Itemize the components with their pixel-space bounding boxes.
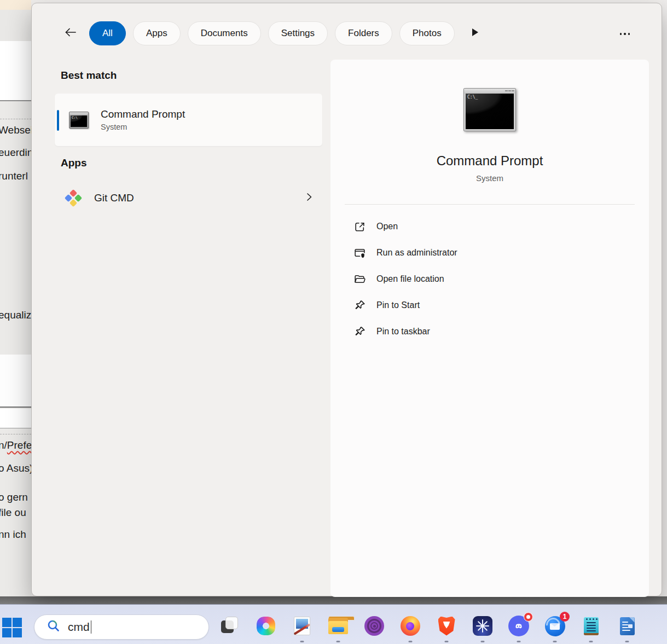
- divider: [0, 119, 31, 119]
- taskbar-icons: 1: [212, 605, 645, 644]
- notepad-icon: [580, 615, 602, 637]
- action-pin-to-start[interactable]: Pin to Start: [330, 292, 649, 318]
- discord-notification-badge: [524, 612, 533, 622]
- copilot-icon: [255, 615, 277, 637]
- divider: [345, 204, 635, 205]
- back-arrow-icon: [63, 26, 78, 40]
- tab-photos[interactable]: Photos: [399, 21, 455, 45]
- tab-label: Settings: [281, 28, 315, 39]
- taskbar-item-thunderbird[interactable]: 1: [537, 605, 573, 644]
- background-window-strip-row: [0, 409, 31, 428]
- taskbar-item-firefox[interactable]: [392, 605, 428, 644]
- tab-settings[interactable]: Settings: [268, 21, 328, 45]
- background-text-fragment: n/Prefe: [0, 439, 31, 451]
- taskbar-item-brave[interactable]: [428, 605, 465, 644]
- running-indicator: [517, 641, 521, 642]
- back-button[interactable]: [59, 22, 82, 45]
- open-external-icon: [353, 221, 366, 233]
- best-match-heading: Best match: [61, 69, 117, 82]
- taskbar: cmd: [0, 605, 667, 644]
- taskbar-search-box[interactable]: cmd: [34, 614, 209, 640]
- file-explorer-icon: [327, 615, 349, 637]
- tab-label: Apps: [146, 28, 167, 39]
- taskbar-item-task-view[interactable]: [212, 605, 248, 644]
- taskbar-item-asterisk-app[interactable]: [465, 605, 501, 644]
- fragment-prefix: n/: [0, 439, 7, 451]
- action-run-as-administrator[interactable]: Run as administrator: [330, 240, 649, 266]
- paint-icon: [291, 615, 313, 637]
- tab-label: All: [102, 28, 113, 39]
- running-indicator: [300, 641, 304, 642]
- result-detail-panel: C:\_ Command Prompt System Open Run as a…: [330, 60, 649, 597]
- tab-all[interactable]: All: [89, 21, 126, 45]
- search-input-value[interactable]: cmd: [68, 620, 90, 634]
- background-right-edge: [662, 0, 667, 596]
- background-text-fragment: o gern: [0, 491, 28, 503]
- tab-documents[interactable]: Documents: [188, 21, 261, 45]
- running-indicator: [409, 641, 413, 642]
- detail-subtitle: System: [476, 173, 503, 183]
- result-subtitle: System: [101, 123, 185, 131]
- tor-browser-icon: [363, 615, 385, 637]
- app-result-label: Git CMD: [94, 192, 134, 204]
- running-indicator: [337, 641, 340, 642]
- app-result-git-cmd[interactable]: Git CMD: [55, 183, 322, 213]
- running-indicator: [481, 641, 485, 642]
- brave-icon: [436, 615, 457, 637]
- background-text-fragment: o Asus): [0, 462, 31, 474]
- command-prompt-icon-large: C:\_: [463, 88, 516, 131]
- background-window-strip: Webseit euerdin runterl equaliz n/Prefe …: [0, 0, 31, 596]
- search-icon: [47, 619, 61, 635]
- running-indicator: [625, 641, 629, 642]
- tab-label: Documents: [201, 28, 248, 39]
- fragment-misspelled: Prefe: [7, 439, 31, 451]
- taskbar-item-libreoffice-writer[interactable]: [609, 605, 645, 644]
- taskbar-item-tor-browser[interactable]: [356, 605, 392, 644]
- action-open[interactable]: Open: [330, 213, 649, 240]
- tab-apps[interactable]: Apps: [133, 21, 181, 45]
- chevron-right-icon[interactable]: [304, 191, 315, 205]
- asterisk-app-icon: [472, 615, 494, 637]
- tab-folders[interactable]: Folders: [335, 21, 392, 45]
- background-text-fragment: euerdin: [0, 147, 31, 159]
- action-list: Open Run as administrator Open file loca…: [330, 213, 649, 345]
- background-text-fragment: nn ich: [0, 529, 26, 541]
- search-flyout-panel: All Apps Documents Settings Folders Phot…: [31, 3, 662, 596]
- selection-accent-bar: [57, 110, 59, 131]
- background-window-top-strip: [0, 0, 31, 10]
- taskbar-item-file-explorer[interactable]: [320, 605, 356, 644]
- more-tabs-button[interactable]: [465, 24, 485, 43]
- pin-icon: [353, 299, 366, 312]
- taskbar-item-copilot[interactable]: [248, 605, 284, 644]
- background-window-toolbar: [0, 10, 31, 41]
- background-window-bottom-bar: [0, 596, 667, 605]
- background-text-fragment: equaliz: [0, 309, 31, 321]
- background-text-fragment: runterl: [0, 170, 28, 182]
- background-window-block: [0, 355, 31, 408]
- play-triangle-icon: [471, 27, 479, 39]
- best-match-result[interactable]: C:\ Command Prompt System: [55, 94, 322, 146]
- pin-icon: [353, 326, 366, 338]
- taskbar-item-discord[interactable]: [501, 605, 537, 644]
- background-text-fragment: Webseit: [0, 124, 31, 136]
- tab-label: Folders: [348, 28, 379, 39]
- text-caret: [91, 620, 92, 634]
- action-pin-to-taskbar[interactable]: Pin to taskbar: [330, 318, 649, 345]
- more-options-button[interactable]: [614, 27, 635, 40]
- running-indicator: [445, 641, 449, 642]
- command-prompt-icon: C:\: [69, 112, 89, 129]
- search-filter-tabs: All Apps Documents Settings Folders Phot…: [59, 20, 640, 47]
- running-indicator: [589, 641, 593, 642]
- taskbar-item-paint[interactable]: [284, 605, 320, 644]
- background-text-fragment: file ou: [0, 507, 26, 519]
- folder-icon: [353, 273, 366, 286]
- result-title: Command Prompt: [101, 108, 185, 120]
- apps-heading: Apps: [61, 157, 87, 169]
- start-button[interactable]: [1, 617, 23, 639]
- taskbar-item-notepad[interactable]: [573, 605, 609, 644]
- ellipsis-icon: [620, 33, 622, 35]
- tab-label: Photos: [413, 28, 442, 39]
- git-cmd-icon: [65, 190, 82, 206]
- action-open-file-location[interactable]: Open file location: [330, 266, 649, 292]
- running-indicator: [553, 641, 557, 642]
